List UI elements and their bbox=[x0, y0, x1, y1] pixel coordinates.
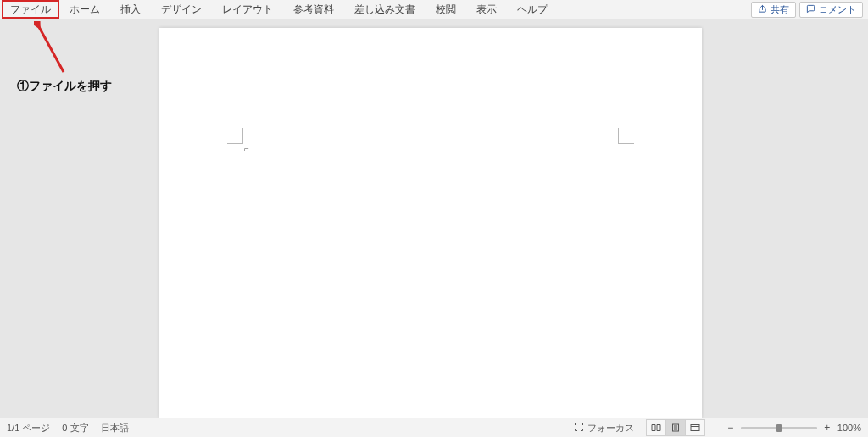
tab-view[interactable]: 表示 bbox=[466, 0, 507, 19]
document-page[interactable]: ⌐ bbox=[159, 28, 702, 418]
share-icon bbox=[758, 4, 767, 15]
text-cursor: ⌐ bbox=[244, 145, 249, 153]
share-label: 共有 bbox=[771, 3, 789, 16]
zoom-out-button[interactable]: − bbox=[726, 423, 736, 433]
tab-insert[interactable]: 挿入 bbox=[110, 0, 151, 19]
annotation-text: ①ファイルを押す bbox=[17, 79, 112, 94]
status-bar: 1/1 ページ 0 文字 日本語 フォーカス bbox=[0, 418, 868, 437]
document-workspace: ⌐ bbox=[0, 19, 868, 418]
ribbon-tab-bar: ファイル ホーム 挿入 デザイン レイアウト 参考資料 差し込み文書 校閲 表示… bbox=[0, 0, 868, 19]
zoom-slider-thumb[interactable] bbox=[776, 424, 782, 432]
comment-icon bbox=[806, 4, 815, 15]
ribbon-right-group: 共有 コメント bbox=[751, 2, 868, 18]
tab-help[interactable]: ヘルプ bbox=[507, 0, 558, 19]
margin-mark-top-left bbox=[227, 128, 243, 144]
comment-button[interactable]: コメント bbox=[799, 2, 863, 18]
view-print-layout[interactable] bbox=[666, 419, 686, 436]
tab-review[interactable]: 校閲 bbox=[426, 0, 466, 19]
tab-design[interactable]: デザイン bbox=[151, 0, 212, 19]
tab-references[interactable]: 参考資料 bbox=[283, 0, 344, 19]
zoom-control: − + 100% bbox=[726, 423, 861, 433]
view-mode-group bbox=[646, 419, 705, 436]
status-word-count[interactable]: 0 文字 bbox=[62, 422, 88, 434]
zoom-in-button[interactable]: + bbox=[822, 423, 832, 433]
zoom-percent[interactable]: 100% bbox=[837, 423, 861, 433]
focus-icon bbox=[574, 422, 584, 434]
share-button[interactable]: 共有 bbox=[751, 2, 796, 18]
tab-mailings[interactable]: 差し込み文書 bbox=[344, 0, 426, 19]
tab-home[interactable]: ホーム bbox=[59, 0, 110, 19]
comment-label: コメント bbox=[819, 3, 856, 16]
tab-layout[interactable]: レイアウト bbox=[212, 0, 283, 19]
focus-mode-button[interactable]: フォーカス bbox=[574, 422, 634, 434]
margin-mark-top-right bbox=[618, 128, 634, 144]
zoom-slider[interactable] bbox=[741, 427, 817, 429]
svg-rect-6 bbox=[691, 425, 699, 431]
view-web-layout[interactable] bbox=[686, 419, 705, 436]
status-page[interactable]: 1/1 ページ bbox=[7, 422, 50, 434]
status-language[interactable]: 日本語 bbox=[101, 422, 129, 434]
focus-label: フォーカス bbox=[587, 422, 634, 434]
tab-file[interactable]: ファイル bbox=[2, 0, 59, 19]
view-read-mode[interactable] bbox=[646, 419, 666, 436]
